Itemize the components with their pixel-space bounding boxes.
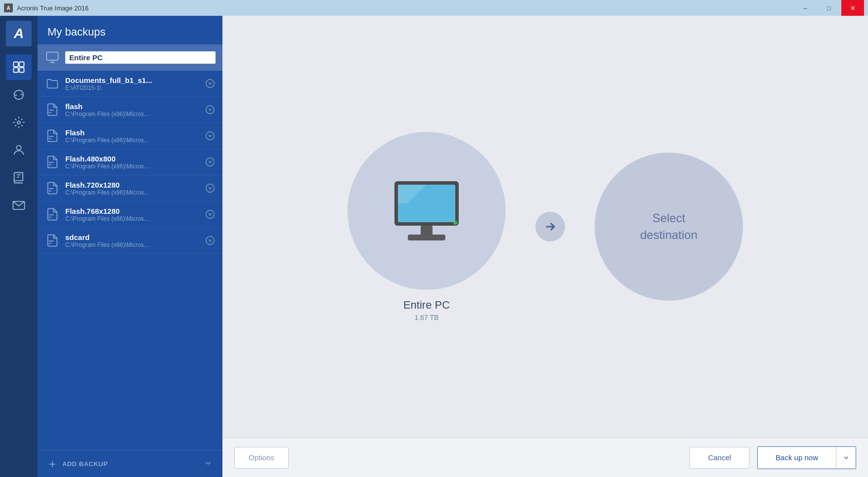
computer-illustration	[387, 176, 466, 245]
backup-item-flash480[interactable]: Flash.480x800 C:\Program Files (x86)\Mic…	[38, 149, 222, 175]
sidebar-item-mail[interactable]	[6, 193, 32, 218]
destination-label: Selectdestination	[640, 210, 697, 243]
svg-point-11	[206, 80, 215, 88]
backup-path-flash768: C:\Program Files (x86)\Micros...	[65, 215, 205, 222]
titlebar-title: Acronis True Image 2016	[17, 4, 88, 12]
backup-now-group: Back up now	[757, 446, 856, 469]
backup-item-info-flash1: flash C:\Program Files (x86)\Micros...	[65, 102, 205, 118]
flash480-chevron[interactable]	[205, 157, 216, 167]
bottom-bar: Options Cancel Back up now	[222, 437, 868, 477]
backup-name-flash720: Flash.720x1280	[65, 181, 205, 189]
file-icon-flash720	[44, 180, 60, 196]
file-icon-flash2	[44, 128, 60, 144]
source-circle[interactable]	[347, 132, 506, 290]
icon-sidebar: A	[0, 16, 38, 477]
options-button[interactable]: Options	[234, 447, 289, 469]
backup-path-flash1: C:\Program Files (x86)\Micros...	[65, 111, 205, 118]
maximize-button[interactable]: □	[818, 0, 840, 16]
svg-rect-3	[19, 68, 24, 72]
svg-rect-2	[14, 68, 18, 72]
backup-item-flash1[interactable]: flash C:\Program Files (x86)\Micros...	[38, 97, 222, 123]
folder-icon	[44, 76, 60, 91]
account-icon	[12, 143, 26, 157]
backup-now-button[interactable]: Back up now	[758, 447, 836, 469]
svg-point-23	[206, 184, 215, 193]
titlebar: A Acronis True Image 2016 – □ ✕	[0, 0, 868, 16]
backup-item-info-flash768: Flash.768x1280 C:\Program Files (x86)\Mi…	[65, 207, 205, 222]
documents-chevron[interactable]	[205, 78, 216, 89]
arrow-circle	[535, 212, 565, 241]
file-icon-flash1	[44, 102, 60, 118]
source-area: Entire PC 1.67 TB	[347, 132, 506, 321]
file-icon-flash480	[44, 154, 60, 170]
backup-path-flash480: C:\Program Files (x86)\Micros...	[65, 163, 205, 170]
backup-name-flash480: Flash.480x800	[65, 155, 205, 163]
file-icon-flash768	[44, 206, 60, 222]
add-backup-chevron-icon	[204, 459, 213, 469]
backups-icon	[12, 60, 26, 74]
destination-circle[interactable]: Selectdestination	[595, 153, 743, 301]
sidebar-item-sync[interactable]	[6, 82, 32, 108]
sidebar-item-books[interactable]	[6, 165, 32, 191]
logo-letter: A	[14, 26, 24, 41]
plus-icon	[47, 459, 57, 469]
backup-item-info-flash2: Flash C:\Program Files (x86)\Micros...	[65, 128, 205, 144]
sidebar-item-tools[interactable]	[6, 110, 32, 135]
app-icon: A	[4, 3, 13, 12]
backup-path-documents: E:\ATI2015-1\	[65, 84, 205, 91]
svg-point-4	[17, 121, 20, 124]
minimize-button[interactable]: –	[794, 0, 817, 16]
sidebar-item-account[interactable]	[6, 137, 32, 163]
arrow-right-icon	[543, 220, 557, 234]
sdcard-chevron[interactable]	[205, 235, 216, 246]
logo-button[interactable]: A	[6, 21, 32, 46]
backup-name-sdcard: sdcard	[65, 233, 205, 241]
backup-item-flash720[interactable]: Flash.720x1280 C:\Program Files (x86)\Mi…	[38, 175, 222, 201]
backup-item-documents[interactable]: Documents_full_b1_s1... E:\ATI2015-1\	[38, 71, 222, 97]
backup-visual: Entire PC 1.67 TB Selectdestination	[222, 16, 868, 437]
backup-item-flash2[interactable]: Flash C:\Program Files (x86)\Micros...	[38, 123, 222, 149]
flash768-chevron[interactable]	[205, 209, 216, 220]
backup-path-flash720: C:\Program Files (x86)\Micros...	[65, 189, 205, 196]
backup-item-info-documents: Documents_full_b1_s1... E:\ATI2015-1\	[65, 76, 205, 91]
flash720-chevron[interactable]	[205, 183, 216, 194]
svg-rect-36	[421, 226, 433, 236]
backup-name-input[interactable]	[65, 51, 216, 64]
backup-now-dropdown-button[interactable]	[836, 447, 856, 469]
svg-point-29	[206, 237, 215, 245]
mail-icon	[12, 199, 26, 212]
add-backup-button[interactable]: ADD BACKUP	[38, 450, 222, 477]
file-icon-sdcard	[44, 233, 60, 248]
sidebar-item-backups[interactable]	[6, 54, 32, 80]
add-backup-label: ADD BACKUP	[62, 460, 108, 468]
backup-item-info-flash720: Flash.720x1280 C:\Program Files (x86)\Mi…	[65, 181, 205, 196]
app-body: A	[0, 16, 868, 477]
titlebar-left: A Acronis True Image 2016	[4, 3, 88, 12]
sync-icon	[12, 88, 26, 102]
svg-point-17	[206, 132, 215, 140]
cancel-button[interactable]: Cancel	[690, 447, 749, 469]
flash2-chevron[interactable]	[205, 130, 216, 141]
svg-rect-37	[408, 235, 445, 240]
backup-item-entire-pc[interactable]	[38, 44, 222, 71]
pc-icon	[44, 49, 60, 65]
source-label: Entire PC	[403, 299, 450, 312]
backup-item-info-entire-pc	[65, 51, 216, 64]
svg-point-5	[16, 146, 21, 150]
svg-point-26	[206, 210, 215, 219]
backup-item-info-sdcard: sdcard C:\Program Files (x86)\Micros...	[65, 233, 205, 248]
backup-item-flash768[interactable]: Flash.768x1280 C:\Program Files (x86)\Mi…	[38, 201, 222, 228]
svg-point-14	[206, 106, 215, 114]
left-panel: My backups	[38, 16, 222, 477]
backup-name-flash2: Flash	[65, 128, 205, 137]
close-button[interactable]: ✕	[841, 0, 864, 16]
books-icon	[12, 171, 26, 185]
svg-rect-0	[14, 62, 18, 67]
flash1-chevron[interactable]	[205, 104, 216, 115]
backup-path-sdcard: C:\Program Files (x86)\Micros...	[65, 241, 205, 248]
tools-icon	[12, 116, 26, 129]
backup-name-documents: Documents_full_b1_s1...	[65, 76, 205, 84]
backup-item-sdcard[interactable]: sdcard C:\Program Files (x86)\Micros...	[38, 228, 222, 254]
source-size: 1.67 TB	[415, 314, 439, 321]
chevron-down-icon	[843, 454, 850, 461]
